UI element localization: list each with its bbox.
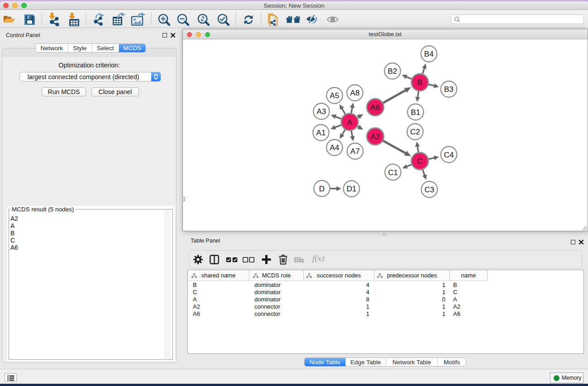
svg-text:C3: C3 — [425, 186, 435, 194]
svg-text:D1: D1 — [347, 185, 357, 193]
svg-text:A4: A4 — [330, 143, 339, 152]
svg-text:C: C — [417, 157, 422, 166]
svg-text:A: A — [347, 118, 353, 127]
svg-text:A6: A6 — [371, 103, 380, 112]
svg-text:B2: B2 — [388, 67, 397, 76]
svg-text:B1: B1 — [411, 108, 421, 117]
svg-text:A5: A5 — [330, 91, 339, 100]
svg-text:A1: A1 — [316, 129, 326, 137]
svg-text:A3: A3 — [317, 107, 326, 116]
svg-text:B3: B3 — [444, 85, 454, 94]
svg-text:A2: A2 — [371, 133, 380, 141]
svg-text:D: D — [319, 185, 325, 193]
svg-text:A7: A7 — [350, 147, 360, 156]
svg-text:B4: B4 — [424, 50, 434, 58]
svg-text:C4: C4 — [444, 151, 454, 159]
svg-text:C2: C2 — [410, 128, 420, 136]
svg-text:C1: C1 — [388, 168, 398, 177]
svg-text:B: B — [417, 78, 422, 87]
svg-text:A8: A8 — [350, 89, 360, 97]
